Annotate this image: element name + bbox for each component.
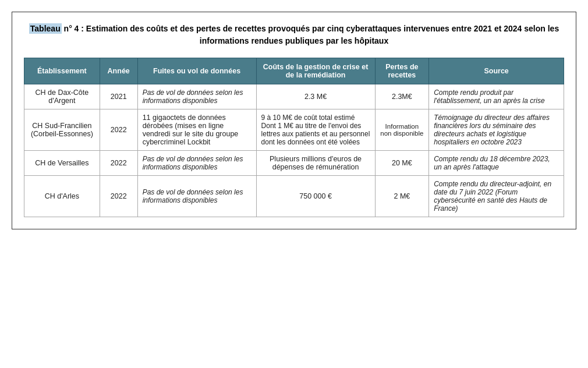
table-row: CH d'Arles2022Pas de vol de données selo…	[24, 176, 564, 217]
header-fuites: Fuites ou vol de données	[137, 58, 256, 84]
cell-couts: 9 à 10 M€ de coût total estimé Dont 1 M€…	[256, 109, 375, 151]
header-source: Source	[429, 58, 564, 84]
cell-pertes: 2 M€	[375, 176, 429, 217]
cell-source: Témoignage du directeur des affaires fin…	[429, 109, 564, 151]
cell-annee: 2021	[100, 84, 137, 109]
cell-fuites: Pas de vol de données selon les informat…	[137, 151, 256, 176]
cell-pertes: 20 M€	[375, 151, 429, 176]
cell-pertes: 2.3M€	[375, 84, 429, 109]
header-couts: Coûts de la gestion de crise et de la re…	[256, 58, 375, 84]
cell-annee: 2022	[100, 176, 137, 217]
cell-fuites: Pas de vol de données selon les informat…	[137, 84, 256, 109]
cell-annee: 2022	[100, 109, 137, 151]
cell-couts: Plusieurs millions d'euros de dépenses d…	[256, 151, 375, 176]
table-row: CH de Dax-Côte d'Argent2021Pas de vol de…	[24, 84, 564, 109]
cell-source: Compte rendu du directeur-adjoint, en da…	[429, 176, 564, 217]
header-annee: Année	[100, 58, 137, 84]
table-row: CH de Versailles2022Pas de vol de donnée…	[24, 151, 564, 176]
cell-source: Compte rendu produit par l'établissement…	[429, 84, 564, 109]
cell-etablissement: CH Sud-Francilien (Corbeil-Essonnes)	[24, 109, 100, 151]
table-title: Tableau n° 4 : Estimation des coûts et d…	[24, 23, 564, 47]
cell-fuites: 11 gigaoctets de données dérobées (mises…	[137, 109, 256, 151]
table-row: CH Sud-Francilien (Corbeil-Essonnes)2022…	[24, 109, 564, 151]
cell-source: Compte rendu du 18 décembre 2023, un an …	[429, 151, 564, 176]
cell-etablissement: CH de Dax-Côte d'Argent	[24, 84, 100, 109]
title-text: n° 4 : Estimation des coûts et des perte…	[62, 24, 559, 45]
header-pertes: Pertes de recettes	[375, 58, 429, 84]
header-etablissement: Établissement	[24, 58, 100, 84]
cell-pertes: Information non disponible	[375, 109, 429, 151]
main-table: Établissement Année Fuites ou vol de don…	[24, 58, 564, 217]
page-container: Tableau n° 4 : Estimation des coûts et d…	[12, 12, 576, 229]
cell-etablissement: CH d'Arles	[24, 176, 100, 217]
cell-etablissement: CH de Versailles	[24, 151, 100, 176]
cell-annee: 2022	[100, 151, 137, 176]
cell-couts: 750 000 €	[256, 176, 375, 217]
cell-fuites: Pas de vol de données selon les informat…	[137, 176, 256, 217]
title-highlight: Tableau	[29, 23, 62, 34]
header-row: Établissement Année Fuites ou vol de don…	[24, 58, 564, 84]
cell-couts: 2.3 M€	[256, 84, 375, 109]
